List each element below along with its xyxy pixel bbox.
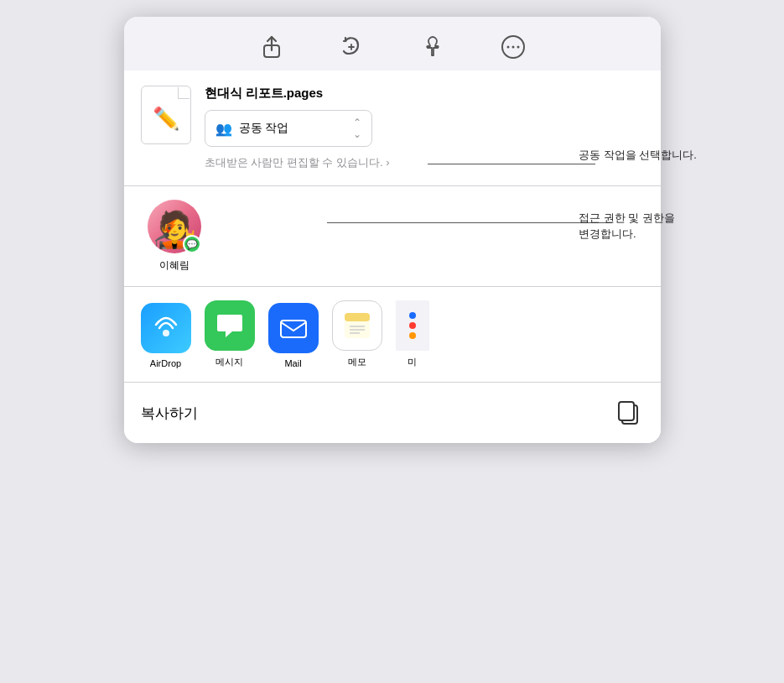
airdrop-icon — [141, 303, 191, 353]
more-app-partial[interactable]: 미 — [396, 300, 429, 368]
mail-label: Mail — [284, 358, 301, 368]
svg-point-2 — [506, 46, 509, 49]
airdrop-app[interactable]: AirDrop — [141, 303, 191, 368]
svg-rect-13 — [619, 402, 634, 420]
copy-icon — [614, 398, 644, 428]
collab-label: 공동 작업 — [239, 121, 289, 136]
annotation-line-1 — [428, 164, 595, 164]
notes-app-icon — [332, 300, 382, 351]
annotation-text-2: 접근 권한 및 권한을 변경합니다. — [579, 210, 746, 242]
pages-pencil-icon: ✏️ — [153, 106, 179, 132]
pin-button[interactable] — [418, 32, 448, 62]
file-info: 현대식 리포트.pages 👥 공동 작업 ⌃⌄ 초대받은 사람만 편집할 수 … — [205, 86, 644, 170]
messages-label: 메시지 — [215, 356, 243, 368]
svg-point-4 — [517, 46, 519, 49]
share-button[interactable] — [257, 32, 287, 62]
airdrop-label: AirDrop — [150, 358, 181, 368]
annotation-line-2 — [327, 222, 612, 223]
svg-point-3 — [511, 46, 514, 49]
collaborate-dropdown[interactable]: 👥 공동 작업 ⌃⌄ — [205, 110, 372, 147]
annotation-text-1: 공동 작업을 선택합니다. — [579, 147, 746, 163]
copy-section[interactable]: 복사하기 — [124, 383, 661, 443]
collaborate-dropdown-left: 👥 공동 작업 — [215, 121, 289, 137]
outer-container: ✏️ 현대식 리포트.pages 👥 공동 작업 ⌃⌄ 초대받은 사람만 편집할… — [0, 0, 784, 683]
svg-rect-8 — [345, 313, 370, 321]
file-icon: ✏️ — [141, 86, 191, 144]
more-options-button[interactable] — [498, 32, 528, 62]
avatar-container: 🧑‍🎤 💬 — [148, 200, 201, 253]
notes-label: 메모 — [348, 356, 366, 368]
copy-label: 복사하기 — [141, 404, 198, 423]
message-badge-icon: 💬 — [186, 239, 198, 250]
contact-item[interactable]: 🧑‍🎤 💬 이혜림 — [141, 200, 208, 273]
apps-section: AirDrop 메시지 Mail — [124, 287, 661, 383]
undo-button[interactable] — [337, 32, 367, 62]
contact-name: 이혜림 — [159, 258, 190, 273]
svg-rect-6 — [281, 321, 306, 337]
svg-point-5 — [163, 330, 169, 336]
more-label: 미 — [408, 356, 417, 368]
messages-app-icon — [205, 300, 255, 351]
file-name: 현대식 리포트.pages — [205, 86, 644, 102]
message-badge: 💬 — [183, 235, 201, 253]
notes-app[interactable]: 메모 — [332, 300, 382, 368]
file-section: ✏️ 현대식 리포트.pages 👥 공동 작업 ⌃⌄ 초대받은 사람만 편집할… — [124, 70, 661, 186]
collab-group-icon: 👥 — [215, 121, 232, 137]
chevron-updown-icon: ⌃⌄ — [353, 117, 361, 140]
mail-app-icon — [268, 303, 319, 353]
messages-app[interactable]: 메시지 — [205, 300, 255, 368]
toolbar — [124, 17, 661, 70]
mail-app[interactable]: Mail — [268, 303, 319, 368]
